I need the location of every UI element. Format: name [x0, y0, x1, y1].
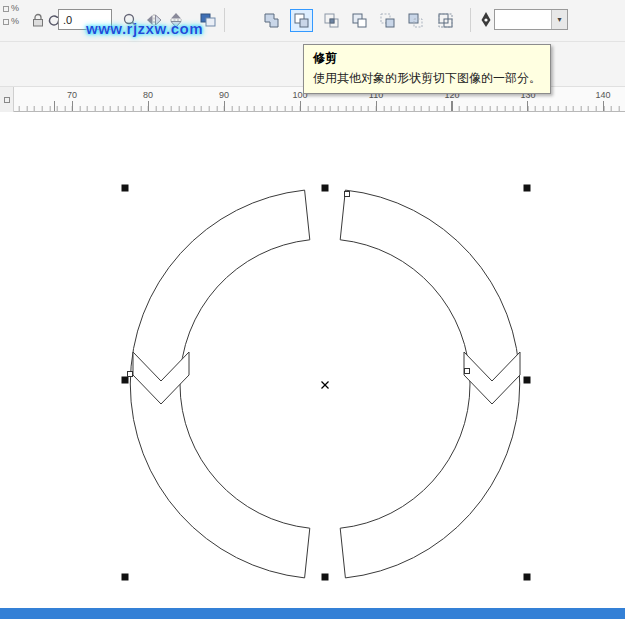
ruler-label: 70	[67, 90, 77, 100]
ruler-label: 140	[595, 90, 610, 100]
shaping-button-intersect[interactable]	[320, 9, 343, 32]
canvas-drawing	[0, 112, 625, 608]
handle-top-left[interactable]	[122, 185, 129, 192]
scale-percent-top: %	[11, 2, 19, 15]
shaping-button-front-minus-back[interactable]	[376, 9, 399, 32]
scale-box-icon	[3, 19, 9, 25]
ruler-label: 90	[219, 90, 229, 100]
shaping-button-back-minus-front[interactable]	[404, 9, 427, 32]
intersect-icon	[323, 12, 340, 29]
toolbar-separator	[224, 8, 225, 32]
tooltip: 修剪 使用其他对象的形状剪切下图像的一部分。	[303, 44, 551, 94]
node-top[interactable]	[345, 192, 350, 197]
shaping-button-create-boundary[interactable]	[434, 9, 457, 32]
handle-bottom-left[interactable]	[122, 574, 129, 581]
handle-middle-left[interactable]	[122, 377, 129, 384]
trim-icon	[293, 12, 310, 29]
handle-bottom-center[interactable]	[322, 574, 329, 581]
ruler-origin-icon	[4, 97, 10, 103]
tooltip-title: 修剪	[313, 50, 541, 67]
node-right[interactable]	[465, 369, 470, 374]
tooltip-body: 使用其他对象的形状剪切下图像的一部分。	[313, 70, 541, 87]
shaping-button-simplify[interactable]	[348, 9, 371, 32]
pen-nib-icon	[478, 11, 494, 29]
ruler-origin-button[interactable]	[0, 87, 14, 112]
ruler-major-ticks	[0, 101, 625, 111]
handle-top-right[interactable]	[524, 185, 531, 192]
weld-icon	[263, 12, 280, 29]
status-bar	[0, 608, 625, 619]
toolbar-separator	[470, 8, 471, 32]
selection-handles[interactable]	[122, 185, 531, 581]
drawing-canvas[interactable]	[0, 112, 625, 608]
handle-top-center[interactable]	[322, 185, 329, 192]
simplify-icon	[351, 12, 368, 29]
node-left[interactable]	[128, 372, 133, 377]
handle-bottom-right[interactable]	[524, 574, 531, 581]
outline-width-combobox[interactable]: ▾	[494, 9, 568, 30]
shaping-button-trim[interactable]	[290, 9, 313, 32]
scale-box-icon	[3, 6, 9, 12]
handle-middle-right[interactable]	[524, 377, 531, 384]
center-marker-icon	[322, 382, 329, 389]
back-minus-front-icon	[407, 12, 424, 29]
create-boundary-icon	[437, 12, 454, 29]
shaping-button-weld[interactable]	[260, 9, 283, 32]
watermark-text: www.rjzxw.com	[86, 20, 203, 37]
front-minus-back-icon	[379, 12, 396, 29]
scale-percent-bottom: %	[11, 15, 19, 28]
chevron-down-icon[interactable]: ▾	[551, 10, 567, 29]
outline-width-value	[495, 10, 551, 29]
scale-factor-stack[interactable]: % %	[3, 2, 25, 40]
ruler-label: 80	[143, 90, 153, 100]
